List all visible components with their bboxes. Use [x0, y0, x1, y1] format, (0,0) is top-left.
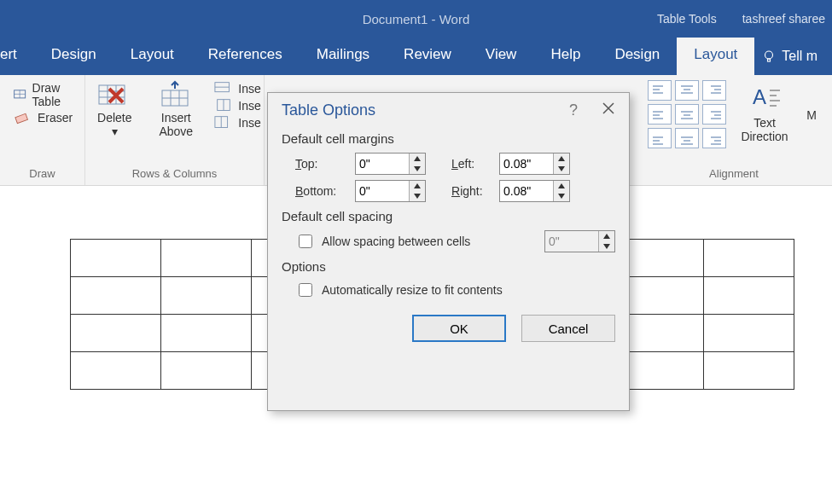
alignment-grid: [648, 80, 726, 148]
spin-left: [499, 153, 570, 175]
checkbox-auto-resize[interactable]: [299, 283, 312, 297]
group-rows-columns: Delete▾ Insert Above Inse Inse Inse: [85, 75, 265, 185]
svg-text:A: A: [753, 85, 766, 108]
input-top[interactable]: [356, 154, 409, 173]
svg-rect-1: [768, 59, 771, 61]
spin-right-up[interactable]: [554, 181, 569, 191]
insert-below-icon: [214, 81, 233, 96]
delete-button[interactable]: Delete▾: [88, 80, 141, 138]
spin-spacing-up[interactable]: [599, 231, 614, 241]
label-allow-spacing: Allow spacing between cells: [322, 235, 470, 248]
cancel-button[interactable]: Cancel: [521, 315, 615, 342]
title-center: Document1 - Word: [0, 12, 832, 26]
app-name: Word: [439, 12, 470, 26]
input-spacing: [545, 232, 598, 251]
align-mid-right[interactable]: [702, 104, 726, 125]
dialog-help-button[interactable]: ?: [569, 101, 578, 119]
svg-rect-5: [15, 113, 28, 123]
tell-me[interactable]: Tell m: [754, 38, 824, 75]
text-direction-button[interactable]: A Text Direction: [738, 85, 791, 143]
input-left[interactable]: [500, 154, 553, 173]
tab-view[interactable]: View: [468, 38, 534, 75]
draw-table-button[interactable]: Draw Table: [14, 80, 74, 109]
svg-point-0: [765, 51, 773, 59]
insert-right-button[interactable]: Inse: [214, 114, 260, 131]
insert-right-icon: [214, 115, 233, 130]
tab-layout[interactable]: Layout: [113, 38, 191, 75]
spin-spacing-down[interactable]: [599, 241, 614, 252]
document-name: Document1: [363, 12, 428, 26]
close-icon: [602, 101, 615, 115]
spin-right-down[interactable]: [554, 191, 569, 201]
section-default-spacing: Default cell spacing: [282, 209, 615, 223]
tab-table-layout[interactable]: Layout: [677, 38, 754, 75]
title-separator: -: [432, 12, 439, 26]
text-direction-icon: A: [748, 85, 782, 114]
table-options-dialog: Table Options ? Default cell margins Top…: [267, 92, 630, 411]
insert-left-button[interactable]: Inse: [214, 97, 260, 114]
group-label-draw: Draw: [29, 167, 55, 183]
input-right[interactable]: [500, 182, 553, 200]
tab-insert-cut[interactable]: ert: [0, 38, 34, 75]
delete-icon: [97, 80, 131, 109]
tab-table-design[interactable]: Design: [597, 38, 677, 75]
insert-above-icon: [159, 80, 193, 109]
title-bar: Document1 - Word Table Tools tashreef sh…: [0, 0, 832, 38]
align-top-center[interactable]: [675, 80, 699, 101]
spin-right: [499, 180, 570, 202]
tab-design[interactable]: Design: [34, 38, 113, 75]
insert-below-button[interactable]: Inse: [214, 80, 260, 97]
draw-table-icon: [14, 87, 27, 102]
insert-above-button[interactable]: Insert Above: [149, 80, 202, 138]
group-label-rows-columns: Rows & Columns: [132, 167, 218, 183]
spin-bottom-up[interactable]: [410, 181, 425, 191]
cell-margins-cut[interactable]: M: [803, 107, 820, 122]
label-left: Left:: [451, 157, 492, 171]
tab-help[interactable]: Help: [533, 38, 597, 75]
eraser-icon: [14, 110, 32, 125]
eraser-button[interactable]: Eraser: [14, 109, 74, 126]
align-bot-center[interactable]: [675, 128, 699, 148]
label-right: Right:: [451, 184, 492, 198]
tab-mailings[interactable]: Mailings: [300, 38, 387, 75]
section-default-margins: Default cell margins: [282, 131, 615, 146]
align-bot-right[interactable]: [702, 128, 726, 148]
tab-review[interactable]: Review: [387, 38, 468, 75]
ribbon-tabs: ert Design Layout References Mailings Re…: [0, 38, 832, 75]
label-bottom: Bottom:: [295, 184, 348, 198]
align-mid-center[interactable]: [675, 104, 699, 125]
ok-button[interactable]: OK: [412, 315, 506, 342]
tell-me-label: Tell m: [782, 49, 817, 64]
lightbulb-icon: [761, 49, 777, 64]
spin-top: [355, 153, 426, 175]
label-top: Top:: [295, 157, 348, 171]
spin-bottom: [355, 180, 426, 202]
spin-spacing: [544, 230, 615, 252]
spin-top-up[interactable]: [410, 154, 425, 164]
checkbox-allow-spacing[interactable]: [299, 235, 312, 248]
section-options: Options: [282, 259, 615, 274]
spin-left-down[interactable]: [554, 164, 569, 174]
label-auto-resize: Automatically resize to fit contents: [322, 283, 503, 297]
align-top-left[interactable]: [648, 80, 672, 101]
align-top-right[interactable]: [702, 80, 726, 101]
align-mid-left[interactable]: [648, 104, 672, 125]
dialog-title: Table Options: [282, 101, 375, 119]
group-alignment: A Text Direction M Alignment: [636, 75, 832, 185]
spin-left-up[interactable]: [554, 154, 569, 164]
tab-references[interactable]: References: [191, 38, 300, 75]
spin-top-down[interactable]: [410, 164, 425, 174]
insert-left-icon: [214, 98, 233, 113]
align-bot-left[interactable]: [648, 128, 672, 148]
spin-bottom-down[interactable]: [410, 191, 425, 201]
input-bottom[interactable]: [356, 182, 409, 200]
group-label-alignment: Alignment: [709, 167, 759, 183]
group-draw: Draw Table Eraser Draw: [0, 75, 85, 185]
dialog-close-button[interactable]: [602, 101, 615, 119]
